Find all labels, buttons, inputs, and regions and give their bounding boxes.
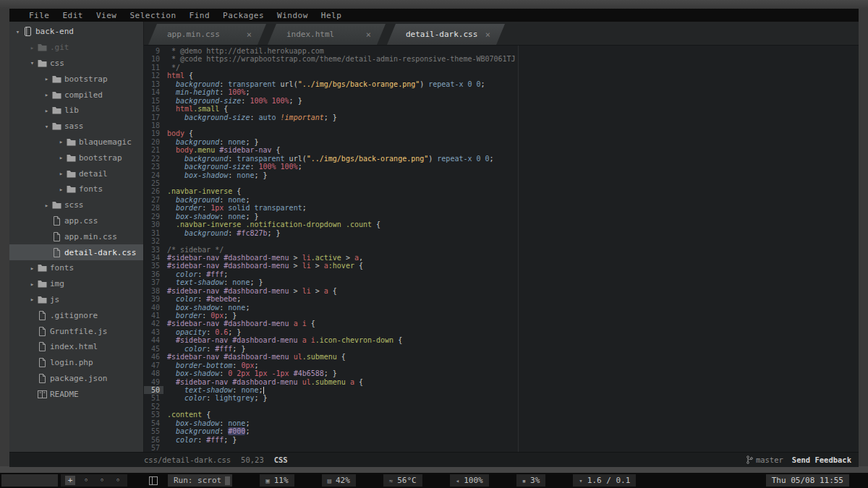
code-line[interactable]: border: 1px solid transparent; — [167, 204, 859, 212]
code-line[interactable]: #sidebar-nav #dashboard-menu a i { — [167, 320, 859, 328]
code-line[interactable]: * @demo http://detail.herokuapp.com — [167, 47, 859, 55]
tab-close-icon[interactable]: × — [247, 30, 252, 40]
disclosure-collapsed-icon[interactable]: ▸ — [57, 154, 65, 161]
tab-index-html[interactable]: index.html× — [268, 24, 386, 45]
code-line[interactable]: background: none; — [167, 196, 859, 204]
code-line[interactable]: box-shadow: none; } — [167, 171, 859, 179]
code-line[interactable]: /* sidebar */ — [167, 246, 859, 254]
code-line[interactable]: background: transparent url("../img/bgs/… — [167, 155, 859, 163]
menu-item-find[interactable]: Find — [183, 11, 217, 20]
code-line[interactable] — [167, 179, 859, 187]
tree-item-lib[interactable]: ▸lib — [9, 103, 143, 119]
disclosure-collapsed-icon[interactable]: ▸ — [28, 44, 36, 51]
tree-item-gruntfile-js[interactable]: Gruntfile.js — [9, 323, 143, 339]
code-line[interactable]: color: #fff; } — [167, 436, 859, 444]
code-line[interactable] — [167, 403, 859, 411]
code-editor[interactable]: 9101112131415161718192021222324252627282… — [144, 46, 859, 452]
code-line[interactable]: #sidebar-nav #dashboard-menu ul.submenu … — [167, 353, 859, 361]
code-line[interactable]: color: lightgrey; } — [167, 394, 859, 402]
workspace-indicator[interactable]: ◦ — [113, 476, 123, 485]
code-line[interactable]: box-shadow: none; — [167, 304, 859, 312]
disclosure-expanded-icon[interactable]: ▾ — [28, 59, 36, 67]
code-line[interactable]: .navbar-inverse { — [167, 187, 859, 195]
code-line[interactable]: background: none; } — [167, 138, 859, 146]
code-line[interactable]: opacity: 0.6; } — [167, 328, 859, 336]
tree-item-compiled[interactable]: ▸compiled — [9, 87, 143, 103]
code-line[interactable]: #sidebar-nav #dashboard-menu a i.icon-ch… — [167, 336, 859, 344]
code-line[interactable]: html.small { — [167, 105, 859, 113]
tree-item-bootstrap[interactable]: ▸bootstrap — [9, 71, 143, 87]
workspace-indicator[interactable]: ◦ — [97, 476, 107, 485]
tree-item-index-html[interactable]: index.html — [9, 339, 143, 355]
status-grammar[interactable]: CSS — [274, 455, 288, 464]
tab-detail-dark-css[interactable]: detail-dark.css× — [387, 24, 505, 45]
send-feedback-button[interactable]: Send Feedback — [792, 455, 851, 464]
tree-item-app-min-css[interactable]: app.min.css — [9, 228, 143, 244]
code-line[interactable]: box-shadow: none; } — [167, 213, 859, 221]
menu-item-file[interactable]: File — [22, 11, 56, 20]
code-line[interactable]: background: #fc827b; } — [167, 229, 859, 237]
tree-item-gitignore[interactable]: .gitignore — [9, 307, 143, 323]
tree-item-css[interactable]: ▾css — [9, 56, 143, 72]
tab-app-min-css[interactable]: app.min.css× — [148, 24, 266, 45]
tree-item-blaquemagic[interactable]: ▸blaquemagic — [9, 134, 143, 150]
file-tree-panel[interactable]: ▾back-end▸.git▾css▸bootstrap▸compiled▸li… — [9, 22, 144, 452]
tree-item-readme[interactable]: README — [9, 386, 143, 402]
run-command-box[interactable]: Run: scrot — [168, 474, 232, 487]
code-line[interactable]: #sidebar-nav #dashboard-menu > li > a { — [167, 287, 859, 295]
code-line[interactable]: text-shadow: none; } — [167, 278, 859, 286]
tree-item-detail-dark-css[interactable]: detail-dark.css — [9, 244, 143, 260]
code-line[interactable]: color: #bebebe; — [167, 295, 859, 303]
tree-item-package-json[interactable]: package.json — [9, 371, 143, 387]
code-line[interactable]: background-size: auto !important; } — [167, 114, 859, 121]
tree-item-detail[interactable]: ▸detail — [9, 166, 143, 181]
code-line[interactable]: #sidebar-nav #dashboard-menu > li > a:ho… — [167, 262, 859, 270]
code-line[interactable]: .content { — [167, 411, 859, 419]
code-line[interactable] — [167, 444, 859, 452]
disclosure-collapsed-icon[interactable]: ▸ — [57, 186, 65, 193]
workspace-indicator[interactable]: ◦ — [81, 476, 91, 485]
code-line[interactable]: text-shadow: none; — [167, 386, 859, 394]
disclosure-collapsed-icon[interactable]: ▸ — [28, 296, 36, 303]
code-line[interactable]: background-size: 100% 100%; } — [167, 97, 859, 105]
disclosure-collapsed-icon[interactable]: ▸ — [43, 75, 51, 82]
code-line[interactable]: box-shadow: none; — [167, 419, 859, 427]
code-line[interactable] — [167, 237, 859, 245]
tree-item-app-css[interactable]: app.css — [9, 213, 143, 229]
code-line[interactable]: color: #fff; — [167, 270, 859, 278]
code-line[interactable]: color: #fff; } — [167, 345, 859, 353]
tree-item-git[interactable]: ▸.git — [9, 40, 143, 56]
disclosure-collapsed-icon[interactable]: ▸ — [43, 91, 51, 98]
code-line[interactable]: border: 0px; } — [167, 312, 859, 320]
menu-item-help[interactable]: Help — [315, 11, 349, 20]
disclosure-collapsed-icon[interactable]: ▸ — [43, 202, 51, 209]
menu-item-view[interactable]: View — [90, 11, 124, 20]
disclosure-collapsed-icon[interactable]: ▸ — [57, 138, 65, 145]
workspace-indicator[interactable]: + — [65, 476, 75, 485]
menu-item-selection[interactable]: Selection — [124, 11, 183, 20]
disclosure-collapsed-icon[interactable]: ▸ — [57, 170, 65, 177]
tree-item-fonts[interactable]: ▸fonts — [9, 260, 143, 276]
code-line[interactable]: #sidebar-nav #dashboard-menu ul.submenu … — [167, 378, 859, 386]
tree-item-back-end[interactable]: ▾back-end — [9, 24, 143, 40]
tree-item-fonts[interactable]: ▸fonts — [9, 181, 143, 197]
tree-item-js[interactable]: ▸js — [9, 292, 143, 308]
code-line[interactable]: #sidebar-nav #dashboard-menu > li.active… — [167, 254, 859, 262]
tab-close-icon[interactable]: × — [485, 30, 490, 40]
code-line[interactable]: background: transparent url("../img/bgs/… — [167, 80, 859, 88]
menu-item-edit[interactable]: Edit — [56, 11, 90, 20]
tree-item-img[interactable]: ▸img — [9, 276, 143, 292]
code-line[interactable]: background: #000; — [167, 427, 859, 435]
code-line[interactable]: body.menu #sidebar-nav { — [167, 146, 859, 154]
menu-item-packages[interactable]: Packages — [216, 11, 271, 20]
disclosure-collapsed-icon[interactable]: ▸ — [28, 281, 36, 288]
tree-item-scss[interactable]: ▸scss — [9, 197, 143, 213]
code-line[interactable]: * @code https://wrapbootstrap.com/theme/… — [167, 55, 859, 63]
tab-close-icon[interactable]: × — [366, 30, 371, 40]
code-line[interactable]: .navbar-inverse .notification-dropdown .… — [167, 221, 859, 228]
tree-item-bootstrap[interactable]: ▸bootstrap — [9, 150, 143, 166]
code-line[interactable]: background-size: 100% 100%; — [167, 163, 859, 171]
code-line[interactable] — [167, 121, 859, 129]
disclosure-collapsed-icon[interactable]: ▸ — [43, 107, 51, 114]
menu-item-window[interactable]: Window — [271, 11, 315, 20]
